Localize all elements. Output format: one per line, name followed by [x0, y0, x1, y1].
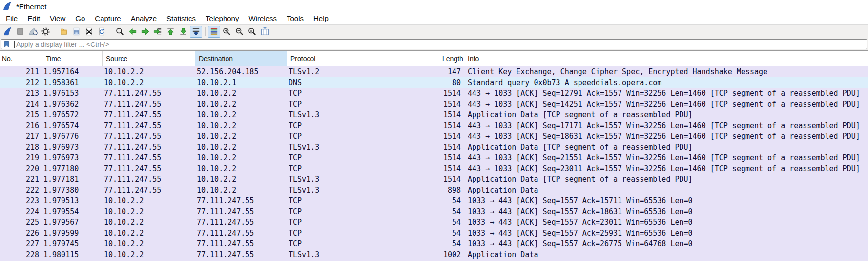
cell-length: 1514	[439, 88, 464, 99]
display-filter-input[interactable]: Apply a display filter ... <Ctrl-/>	[1, 39, 867, 49]
close-doc-icon	[84, 27, 94, 36]
cell-time: 1.979745	[42, 239, 103, 249]
magnifier-plus-icon	[222, 27, 231, 36]
zoom-out-button[interactable]	[233, 26, 246, 38]
arrow-up-bar-icon	[166, 27, 175, 36]
bookmark-icon[interactable]	[1, 40, 12, 49]
packet-row[interactable]: 2211.97718177.111.247.5510.10.2.2TLSv1.3…	[0, 174, 868, 185]
window-title: *Ethernet	[16, 2, 47, 11]
menu-edit[interactable]: Edit	[22, 13, 45, 24]
column-header-no[interactable]: No.	[0, 51, 42, 66]
go-to-packet-button[interactable]	[152, 26, 164, 38]
arrow-goto-icon	[153, 27, 163, 36]
cell-source: 77.111.247.55	[103, 99, 195, 109]
reload-file-button[interactable]	[96, 26, 108, 38]
cell-length: 1514	[439, 163, 464, 174]
cell-destination: 10.10.2.2	[195, 152, 287, 163]
cell-destination: 10.10.2.2	[195, 120, 287, 131]
capture-options-button[interactable]	[40, 26, 52, 38]
cell-source: 10.10.2.2	[103, 239, 195, 249]
packet-row[interactable]: 2111.95716410.10.2.252.156.204.185TLSv1.…	[0, 66, 868, 77]
packet-row[interactable]: 2261.97959910.10.2.277.111.247.55TCP5410…	[0, 228, 868, 239]
resize-columns-icon	[260, 27, 269, 36]
packet-row[interactable]: 2201.97718077.111.247.5510.10.2.2TCP1514…	[0, 163, 868, 174]
cell-protocol: DNS	[287, 77, 439, 88]
packet-row[interactable]: 2271.97974510.10.2.277.111.247.55TCP5410…	[0, 239, 868, 249]
go-back-button[interactable]	[126, 26, 139, 38]
cell-no: 218	[0, 142, 42, 152]
packet-row[interactable]: 2171.97677677.111.247.5510.10.2.2TCP1514…	[0, 131, 868, 142]
cell-destination: 10.10.2.2	[195, 185, 287, 196]
go-forward-button[interactable]	[139, 26, 151, 38]
packet-row[interactable]: 2141.97636277.111.247.5510.10.2.2TCP1514…	[0, 99, 868, 109]
stop-square-icon	[16, 27, 25, 36]
menu-view[interactable]: View	[45, 13, 70, 24]
close-file-button[interactable]	[83, 26, 95, 38]
column-header-source[interactable]: Source	[103, 51, 195, 66]
packet-row[interactable]: 2221.97738077.111.247.5510.10.2.2TLSv1.3…	[0, 185, 868, 196]
menu-help[interactable]: Help	[309, 13, 333, 24]
packet-row[interactable]: 2251.97956710.10.2.277.111.247.55TCP5410…	[0, 217, 868, 228]
go-last-button[interactable]	[177, 26, 189, 38]
cell-source: 77.111.247.55	[103, 109, 195, 120]
open-file-button[interactable]	[58, 26, 70, 38]
cell-no: 225	[0, 217, 42, 228]
cell-source: 77.111.247.55	[103, 120, 195, 131]
packet-row[interactable]: 2191.97697377.111.247.5510.10.2.2TCP1514…	[0, 152, 868, 163]
cell-info: 1033 → 443 [ACK] Seq=1557 Ack=26775 Win=…	[464, 239, 868, 249]
cell-info: 443 → 1033 [ACK] Seq=21551 Ack=1557 Win=…	[464, 152, 868, 163]
cell-source: 10.10.2.2	[103, 249, 195, 260]
autoscroll-lines-icon	[191, 27, 201, 36]
cell-info: 1033 → 443 [ACK] Seq=1557 Ack=25931 Win=…	[464, 228, 868, 239]
menu-wireless[interactable]: Wireless	[244, 13, 282, 24]
column-header-time[interactable]: Time	[42, 51, 103, 66]
menu-file[interactable]: File	[1, 13, 22, 24]
cell-length: 54	[439, 239, 464, 249]
auto-scroll-button[interactable]	[190, 26, 202, 38]
cell-info: Application Data	[464, 249, 868, 260]
column-header-info[interactable]: Info	[464, 51, 868, 66]
toolbar-separator	[55, 27, 55, 36]
packet-row[interactable]: 2241.97955410.10.2.277.111.247.55TCP5410…	[0, 206, 868, 217]
magnifier-minus-icon	[235, 27, 244, 36]
resize-columns-button[interactable]	[259, 26, 271, 38]
cell-time: 1.977380	[42, 185, 103, 196]
packet-row[interactable]: 2121.95836110.10.2.210.10.2.1DNS80Standa…	[0, 77, 868, 88]
packet-row[interactable]: 2281.98011510.10.2.277.111.247.55TLSv1.3…	[0, 249, 868, 260]
column-header-length[interactable]: Length	[439, 51, 464, 66]
packet-row[interactable]: 2181.97697377.111.247.5510.10.2.2TLSv1.3…	[0, 142, 868, 152]
zoom-normal-button[interactable]	[246, 26, 258, 38]
go-first-button[interactable]	[165, 26, 177, 38]
cell-destination: 10.10.2.2	[195, 131, 287, 142]
cell-source: 77.111.247.55	[103, 142, 195, 152]
cell-no: 227	[0, 239, 42, 249]
cell-time: 1.976153	[42, 88, 103, 99]
cell-info: 443 → 1033 [ACK] Seq=18631 Ack=1557 Win=…	[464, 131, 868, 142]
column-header-protocol[interactable]: Protocol	[287, 51, 439, 66]
packet-row[interactable]: 2231.97951310.10.2.277.111.247.55TCP5410…	[0, 196, 868, 206]
menu-capture[interactable]: Capture	[90, 13, 125, 24]
cell-time: 1.976973	[42, 142, 103, 152]
packet-row[interactable]: 2151.97657277.111.247.5510.10.2.2TLSv1.3…	[0, 109, 868, 120]
fin-restart-icon	[28, 27, 38, 36]
menu-analyze[interactable]: Analyze	[126, 13, 162, 24]
menu-telephony[interactable]: Telephony	[201, 13, 244, 24]
cell-source: 77.111.247.55	[103, 163, 195, 174]
menu-tools[interactable]: Tools	[282, 13, 309, 24]
menu-bar: FileEditViewGoCaptureAnalyzeStatisticsTe…	[0, 13, 868, 24]
zoom-in-button[interactable]	[221, 26, 233, 38]
packet-row[interactable]: 2131.97615377.111.247.5510.10.2.2TCP1514…	[0, 88, 868, 99]
reload-doc-icon	[97, 27, 106, 36]
find-packet-button[interactable]	[114, 26, 126, 38]
menu-statistics[interactable]: Statistics	[162, 13, 201, 24]
menu-go[interactable]: Go	[70, 13, 90, 24]
save-file-button[interactable]	[70, 26, 83, 38]
column-header-destination[interactable]: Destination	[195, 51, 287, 66]
packet-row[interactable]: 2161.97657477.111.247.5510.10.2.2TCP1514…	[0, 120, 868, 131]
cell-protocol: TCP	[287, 120, 439, 131]
cell-time: 1.979554	[42, 206, 103, 217]
restart-capture-button[interactable]	[27, 26, 39, 38]
colorize-button[interactable]	[208, 26, 220, 38]
start-capture-button[interactable]	[1, 26, 14, 38]
stop-capture-button[interactable]	[14, 26, 26, 38]
